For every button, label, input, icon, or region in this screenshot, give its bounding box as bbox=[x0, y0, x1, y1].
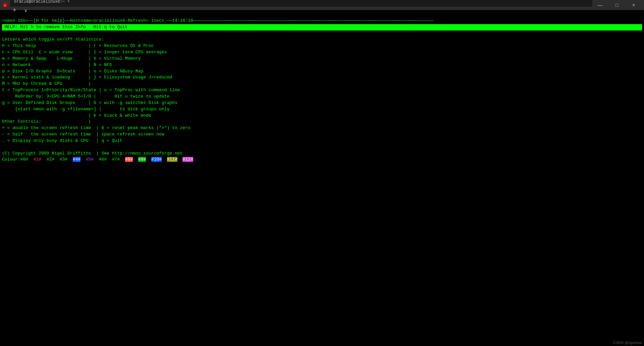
copyright: (C) Copyright 2009 Nigel Griffiths | See… bbox=[2, 151, 182, 156]
nmon-header: =nmon-16k=——[H for help]——Hostname=oracl… bbox=[2, 18, 434, 23]
help-M: M = MHz by thread & CPU | bbox=[2, 81, 91, 86]
help-d: d = Disk I/O Graphs D=Stats | o = Disks … bbox=[2, 69, 143, 74]
help-k: k = Kernel stats & loadavg | j = Filesys… bbox=[2, 75, 172, 80]
close-button[interactable]: × bbox=[626, 0, 641, 10]
help-g: g = User Defined Disk Groups | G = with … bbox=[2, 100, 177, 105]
tab-chevron-button[interactable]: ∨ bbox=[21, 8, 30, 13]
app-icon: o bbox=[3, 2, 8, 8]
titlebar: o oracle@oraclelinux8:~ × + ∨ — □ × bbox=[0, 0, 644, 10]
colour-row: Colour:#0# #1# #2# #3# #4# #5# #6# #7# #… bbox=[2, 157, 193, 162]
new-tab-button[interactable]: + bbox=[10, 7, 19, 14]
minimize-button[interactable]: — bbox=[592, 0, 608, 10]
help-g2: [start nmon with -g <filename>] | to dis… bbox=[2, 107, 169, 112]
help-m: m = Memory & Swap L=Huge | V = Virtual M… bbox=[2, 56, 141, 61]
help-banner: HELP: Hit h to remove this Info Hit q to… bbox=[2, 24, 642, 31]
help-t2: ReOrder by: 3=CPU 4=RAM 5=I/O | Hit u tw… bbox=[2, 94, 169, 99]
tab-close-icon[interactable]: × bbox=[67, 0, 69, 3]
help-c: c = CPU Util C = wide view | l = longer … bbox=[2, 50, 167, 55]
help-n: n = Network | N = NFS bbox=[2, 62, 112, 67]
help-t: t = TopProcess 1=Priority/Nice/State | u… bbox=[2, 88, 180, 93]
toggle-header: Letters which toggle on/off statistics: bbox=[2, 37, 104, 42]
help-dot: . = Display only busy disks & CPU | q = … bbox=[2, 138, 122, 143]
help-plus: + = double the screen refresh time | 0 =… bbox=[2, 125, 191, 130]
watermark: CSDN @ngchina bbox=[613, 341, 641, 345]
help-minus: - = half the screen refresh time | space… bbox=[2, 132, 164, 137]
help-h: h = This help | r = Resources OS & Proc bbox=[2, 43, 154, 48]
svg-text:o: o bbox=[4, 4, 6, 7]
window-controls: — □ × bbox=[592, 0, 641, 10]
tab-container: oracle@oraclelinux8:~ × + ∨ bbox=[10, 0, 592, 14]
terminal-tab[interactable]: oracle@oraclelinux8:~ × bbox=[10, 0, 592, 7]
tab-title: oracle@oraclelinux8:~ bbox=[14, 0, 65, 4]
other-controls: Other Controls: | bbox=[2, 119, 91, 124]
help-b: | b = black & white mode bbox=[2, 113, 151, 118]
terminal-output: =nmon-16k=——[H for help]——Hostname=oracl… bbox=[0, 10, 644, 346]
maximize-button[interactable]: □ bbox=[609, 0, 625, 10]
